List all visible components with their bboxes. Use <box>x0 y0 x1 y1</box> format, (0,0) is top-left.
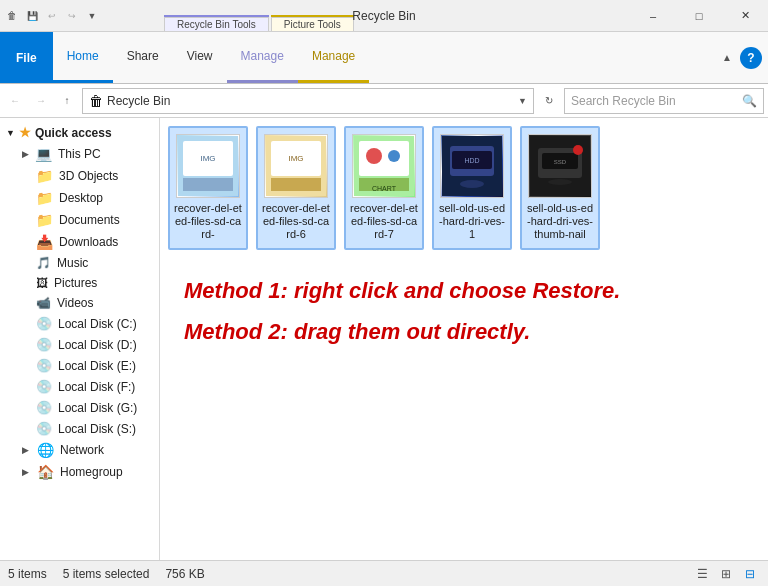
sidebar-item-label: Homegroup <box>60 465 123 479</box>
network-icon: 🌐 <box>37 442 54 458</box>
folder-icon: 📁 <box>36 168 53 184</box>
ribbon-tab-home[interactable]: Home <box>53 32 113 83</box>
sidebar-item-label: Local Disk (E:) <box>58 359 136 373</box>
sidebar-item-thispc[interactable]: ▶ 💻 This PC <box>0 143 159 165</box>
homegroup-icon: 🏠 <box>37 464 54 480</box>
title-bar: 🗑 💾 ↩ ↪ ▼ Recycle Bin Tools Picture Tool… <box>0 0 768 32</box>
view-large-icons-btn[interactable]: ⊞ <box>716 564 736 584</box>
ribbon-collapse-btn[interactable]: ▲ <box>718 48 736 67</box>
quick-access-header[interactable]: ▼ ★ Quick access <box>0 122 159 143</box>
sidebar-item-localdiske[interactable]: 💿 Local Disk (E:) <box>0 355 159 376</box>
file-thumbnail: SSD <box>528 134 592 198</box>
sidebar-item-label: Documents <box>59 213 120 227</box>
status-bar: 5 items 5 items selected 756 KB ☰ ⊞ ⊟ <box>0 560 768 586</box>
sidebar-item-localdiskd[interactable]: 💿 Local Disk (D:) <box>0 334 159 355</box>
disk-icon: 💿 <box>36 337 52 352</box>
sidebar-item-music[interactable]: 🎵 Music <box>0 253 159 273</box>
svg-point-11 <box>388 150 400 162</box>
sidebar-item-label: Local Disk (D:) <box>58 338 137 352</box>
svg-point-10 <box>366 148 382 164</box>
ribbon-tab-view[interactable]: View <box>173 32 227 83</box>
file-item[interactable]: SSD sell-old-us-ed-hard-dri-ves-thumb-na… <box>520 126 600 250</box>
expand-icon: ▼ <box>6 128 15 138</box>
close-button[interactable]: ✕ <box>722 0 768 32</box>
sidebar-item-downloads[interactable]: 📥 Downloads <box>0 231 159 253</box>
file-item[interactable]: CHART recover-del-eted-files-sd-card-7 <box>344 126 424 250</box>
back-button[interactable]: ← <box>4 90 26 112</box>
file-thumbnail: HDD <box>440 134 504 198</box>
disk-icon: 💿 <box>36 421 52 436</box>
sidebar-item-label: Downloads <box>59 235 118 249</box>
disk-icon: 💿 <box>36 379 52 394</box>
minimize-button[interactable]: – <box>630 0 676 32</box>
chevron-right-icon: ▶ <box>22 149 29 159</box>
file-item[interactable]: IMG recover-del-eted-files-sd-card- <box>168 126 248 250</box>
address-dropdown-icon[interactable]: ▼ <box>518 96 527 106</box>
sidebar-item-network[interactable]: ▶ 🌐 Network <box>0 439 159 461</box>
customize-btn[interactable]: ▼ <box>84 8 100 24</box>
svg-point-23 <box>573 145 583 155</box>
ribbon-tab-manage-recycle[interactable]: Manage <box>227 32 298 83</box>
sidebar-item-label: Videos <box>57 296 93 310</box>
search-placeholder: Search Recycle Bin <box>571 94 738 108</box>
quick-access-label: Quick access <box>35 126 112 140</box>
file-area: IMG recover-del-eted-files-sd-card- IMG … <box>160 118 768 560</box>
instruction-line2: Method 2: drag them out directly. <box>184 315 744 348</box>
folder-icon: 📁 <box>36 190 53 206</box>
file-tab-button[interactable]: File <box>0 32 53 83</box>
ribbon-tab-manage-picture[interactable]: Manage <box>298 32 369 83</box>
sidebar-item-homegroup[interactable]: ▶ 🏠 Homegroup <box>0 461 159 483</box>
redo-btn[interactable]: ↪ <box>64 8 80 24</box>
sidebar-item-3dobjects[interactable]: 📁 3D Objects <box>0 165 159 187</box>
sidebar-item-label: Desktop <box>59 191 103 205</box>
sidebar-item-label: Music <box>57 256 88 270</box>
status-bar-right: ☰ ⊞ ⊟ <box>692 564 760 584</box>
undo-btn[interactable]: ↩ <box>44 8 60 24</box>
sidebar-item-label: This PC <box>58 147 101 161</box>
search-icon[interactable]: 🔍 <box>742 94 757 108</box>
picture-tools-label: Picture Tools <box>271 17 354 31</box>
pc-icon: 💻 <box>35 146 52 162</box>
window-icon: 🗑 <box>4 8 20 24</box>
sidebar-item-label: Local Disk (G:) <box>58 401 137 415</box>
ribbon: File Home Share View Manage Manage ▲ ? <box>0 32 768 84</box>
file-name: recover-del-eted-files-sd-card-6 <box>262 202 330 242</box>
address-box[interactable]: 🗑 Recycle Bin ▼ <box>82 88 534 114</box>
view-details-btn[interactable]: ☰ <box>692 564 712 584</box>
recycle-bin-tools-label: Recycle Bin Tools <box>164 17 269 31</box>
sidebar-item-documents[interactable]: 📁 Documents <box>0 209 159 231</box>
ribbon-help-btn[interactable]: ? <box>740 47 762 69</box>
sidebar-item-pictures[interactable]: 🖼 Pictures <box>0 273 159 293</box>
ribbon-right: ▲ ? <box>712 32 768 83</box>
sidebar-item-localdiskf[interactable]: 💿 Local Disk (F:) <box>0 376 159 397</box>
sidebar-item-localdiskg[interactable]: 💿 Local Disk (G:) <box>0 397 159 418</box>
quick-access-save[interactable]: 💾 <box>24 8 40 24</box>
sidebar-item-localdiskc[interactable]: 💿 Local Disk (C:) <box>0 313 159 334</box>
file-name: recover-del-eted-files-sd-card- <box>174 202 242 242</box>
file-item[interactable]: HDD sell-old-us-ed-hard-dri-ves-1 <box>432 126 512 250</box>
sidebar-item-videos[interactable]: 📹 Videos <box>0 293 159 313</box>
maximize-button[interactable]: □ <box>676 0 722 32</box>
svg-point-16 <box>460 180 484 188</box>
sidebar-item-localdisks[interactable]: 💿 Local Disk (S:) <box>0 418 159 439</box>
picture-tools-tab-group: Picture Tools <box>271 15 354 31</box>
up-button[interactable]: ↑ <box>56 90 78 112</box>
window-title: Recycle Bin <box>352 9 415 23</box>
sidebar-item-label: Pictures <box>54 276 97 290</box>
expand-homegroup-icon: ▶ <box>22 467 29 477</box>
forward-button[interactable]: → <box>30 90 52 112</box>
file-name: sell-old-us-ed-hard-dri-ves-thumb-nail <box>526 202 594 242</box>
search-box[interactable]: Search Recycle Bin 🔍 <box>564 88 764 114</box>
svg-text:IMG: IMG <box>288 154 303 163</box>
folder-icon: 📁 <box>36 212 53 228</box>
svg-text:IMG: IMG <box>200 154 215 163</box>
file-item[interactable]: IMG recover-del-eted-files-sd-card-6 <box>256 126 336 250</box>
disk-icon: 💿 <box>36 400 52 415</box>
sidebar-item-desktop[interactable]: 📁 Desktop <box>0 187 159 209</box>
svg-text:SSD: SSD <box>554 159 567 165</box>
view-tiles-btn[interactable]: ⊟ <box>740 564 760 584</box>
refresh-button[interactable]: ↻ <box>538 90 560 112</box>
instructions-area: Method 1: right click and choose Restore… <box>168 266 760 356</box>
address-path: Recycle Bin <box>107 94 514 108</box>
ribbon-tab-share[interactable]: Share <box>113 32 173 83</box>
